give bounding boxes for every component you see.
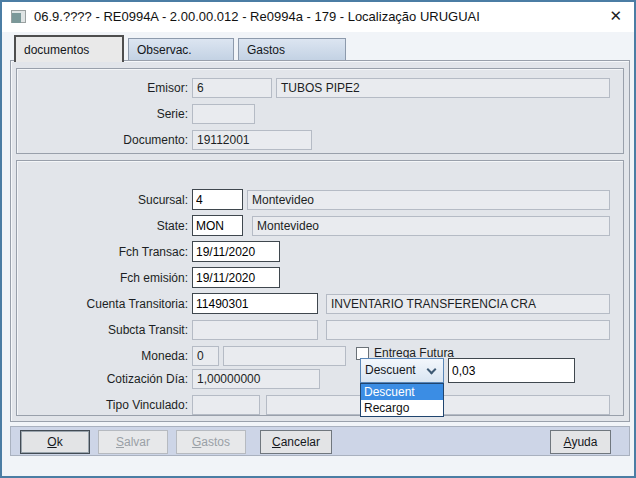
descuento-recargo-selected: Descuent <box>365 363 416 377</box>
tab-gastos[interactable]: Gastos <box>238 38 346 61</box>
descuento-recargo-select[interactable]: Descuent <box>360 358 444 383</box>
ayuda-button[interactable]: Ayuda <box>550 430 611 454</box>
emisor-name-field: TUBOS PIPE2 <box>276 78 610 98</box>
cotizacion-dia-field: 1,00000000 <box>192 369 320 389</box>
subcta-code-field <box>192 320 318 340</box>
tipo-vinculado-label: Tipo Vinculado: <box>20 395 188 415</box>
chevron-down-icon <box>427 365 437 375</box>
documento-label: Documento: <box>20 130 188 150</box>
serie-label: Serie: <box>20 104 188 124</box>
sucursal-name-field: Montevideo <box>247 190 610 210</box>
moneda-label: Moneda: <box>20 346 188 366</box>
cotizacion-dia-label: Cotización Día: <box>20 369 188 389</box>
tab-documentos[interactable]: documentos <box>14 35 124 62</box>
moneda-code-field: 0 <box>192 346 219 366</box>
close-icon[interactable]: ✕ <box>609 7 622 25</box>
window-title: 06.9.???? - RE0994A - 2.00.00.012 - Re09… <box>34 9 480 24</box>
form-icon <box>11 10 26 23</box>
serie-field <box>192 104 255 124</box>
cancelar-button[interactable]: Cancelar <box>260 430 332 454</box>
sucursal-label: Sucursal: <box>20 190 188 210</box>
moneda-name-field <box>223 346 346 366</box>
cuenta-transitoria-name-field: INVENTARIO TRANSFERENCIA CRA <box>326 294 610 314</box>
tab-observac[interactable]: Observac. <box>128 38 234 61</box>
tab-gastos-label: Gastos <box>247 43 285 57</box>
state-name-field: Montevideo <box>252 216 610 236</box>
descuento-recargo-dropdown: Descuent Recargo <box>360 383 444 417</box>
emisor-label: Emisor: <box>20 78 188 98</box>
subcta-transit-label: Subcta Transit: <box>20 320 188 340</box>
tab-observac-label: Observac. <box>137 43 192 57</box>
gastos-button: Gastos <box>176 430 246 454</box>
tipo-vinculado-code-field <box>192 395 260 415</box>
documento-field: 19112001 <box>192 130 312 150</box>
tab-documentos-label: documentos <box>24 43 89 57</box>
state-input[interactable] <box>192 215 243 236</box>
cuenta-transitoria-input[interactable] <box>192 293 318 314</box>
cuenta-transitoria-label: Cuenta Transitoria: <box>20 294 188 314</box>
ok-button[interactable]: Ok <box>20 430 90 454</box>
subcta-name-field <box>326 320 610 340</box>
dialog-window: 06.9.???? - RE0994A - 2.00.00.012 - Re09… <box>0 0 636 478</box>
descuento-amount-input[interactable] <box>448 358 575 383</box>
dropdown-option-descuent[interactable]: Descuent <box>361 384 443 400</box>
fch-emision-input[interactable] <box>192 267 280 288</box>
sucursal-input[interactable] <box>192 189 243 210</box>
state-label: State: <box>20 216 188 236</box>
emisor-code-field: 6 <box>192 78 272 98</box>
fch-emision-label: Fch emisión: <box>20 268 188 288</box>
salvar-button: Salvar <box>98 430 168 454</box>
title-bar: 06.9.???? - RE0994A - 2.00.00.012 - Re09… <box>2 2 634 32</box>
dropdown-option-recargo[interactable]: Recargo <box>361 400 443 416</box>
fch-transac-label: Fch Transac: <box>20 242 188 262</box>
fch-transac-input[interactable] <box>192 241 280 262</box>
